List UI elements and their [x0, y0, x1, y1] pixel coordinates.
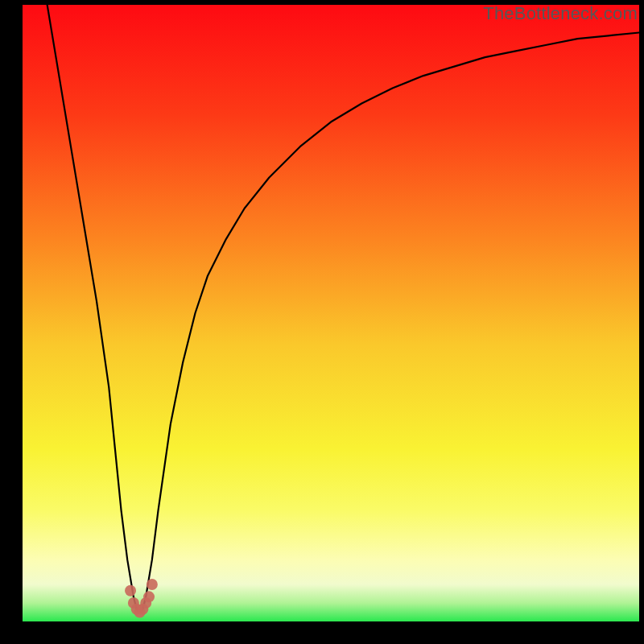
dip-marker — [143, 591, 155, 602]
watermark-text: TheBottleneck.com — [483, 3, 638, 24]
chart-svg — [23, 5, 639, 621]
chart-frame: TheBottleneck.com — [0, 0, 644, 644]
gradient-background — [23, 5, 639, 621]
dip-marker — [147, 579, 158, 590]
dip-marker — [125, 585, 136, 597]
plot-area — [23, 5, 639, 621]
